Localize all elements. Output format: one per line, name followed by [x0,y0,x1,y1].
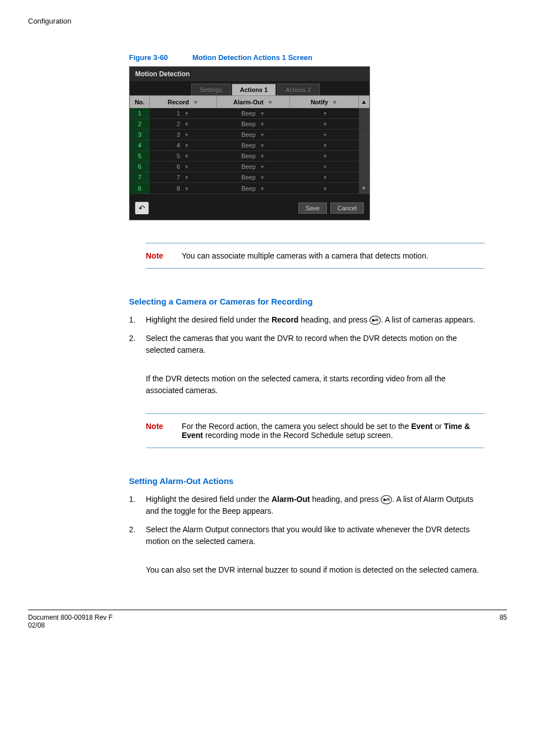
list-item: Select the Alarm Output connectors that … [129,524,485,547]
cell-notify[interactable]: ▾ [290,162,359,172]
figure-label: Figure 3-60 [129,53,168,62]
scrollbar-track[interactable] [359,172,370,183]
dropdown-icon: ▾ [184,153,190,158]
col-record: Record ▾ [150,96,217,108]
section-heading: Selecting a Camera or Cameras for Record… [129,297,507,306]
dropdown-icon: ▾ [268,99,273,104]
cell-notify[interactable]: ▾ [290,130,359,140]
cell-record[interactable]: 6 ▾ [150,162,217,172]
cell-notify[interactable]: ▾ [290,108,359,119]
cell-alarm-out[interactable]: Beep ▾ [217,130,290,140]
section-heading: Setting Alarm-Out Actions [129,476,507,486]
dropdown-icon: ▾ [184,163,190,169]
table-row: 55 ▾Beep ▾ ▾ [130,151,370,162]
doc-number: Document 800-00918 Rev F [28,614,113,621]
page-footer: Document 800-00918 Rev F 02/08 85 [28,610,507,629]
cell-alarm-out[interactable]: Beep ▾ [217,151,290,162]
cell-notify[interactable]: ▾ [290,119,359,130]
note-text: You can associate multiple cameras with … [182,251,481,260]
window-title: Motion Detection [130,67,370,81]
dropdown-icon: ▾ [322,153,328,158]
scrollbar-track[interactable] [359,130,370,140]
cell-no: 2 [130,119,150,130]
scrollbar-track[interactable] [359,119,370,130]
scrollbar-track[interactable] [359,108,370,119]
tabs-row: Settings Actions 1 Actions 2 [130,81,370,95]
dropdown-icon: ▾ [322,131,328,137]
cell-alarm-out[interactable]: Beep ▾ [217,108,290,119]
note-block: Note You can associate multiple cameras … [146,243,485,269]
page-number: 85 [500,614,507,629]
dropdown-icon: ▾ [260,142,265,147]
dropdown-icon: ▾ [184,110,190,116]
cancel-button[interactable]: Cancel [330,202,364,214]
tab-actions2[interactable]: Actions 2 [277,84,319,95]
procedure-list: Highlight the desired field under the Al… [129,494,485,547]
cell-notify[interactable]: ▾ [290,172,359,183]
cell-notify[interactable]: ▾ [290,183,359,194]
dropdown-icon: ▾ [322,163,328,169]
procedure-list: Highlight the desired field under the Re… [129,314,485,356]
cell-alarm-out[interactable]: Beep ▾ [217,140,290,151]
dropdown-icon: ▾ [322,142,328,147]
cell-no: 7 [130,172,150,183]
enter-button-icon: ▶/II [370,316,381,325]
cell-record[interactable]: 1 ▾ [150,108,217,119]
dropdown-icon: ▾ [260,174,265,179]
cell-no: 8 [130,183,150,194]
scrollbar-track[interactable] [359,151,370,162]
list-item: Highlight the desired field under the Al… [129,494,485,517]
list-item: Highlight the desired field under the Re… [129,314,485,326]
table-row: 88 ▾Beep ▾ ▾▾ [130,183,370,194]
list-item: Select the cameras that you want the DVR… [129,333,485,356]
table-row: 11 ▾Beep ▾ ▾ [130,108,370,119]
dropdown-icon: ▾ [322,110,328,116]
scroll-up-icon[interactable]: ▴ [359,96,370,108]
dropdown-icon: ▾ [322,174,328,179]
dropdown-icon: ▾ [260,131,265,137]
note-block: Note For the Record action, the camera y… [146,413,485,448]
cell-alarm-out[interactable]: Beep ▾ [217,172,290,183]
enter-button-icon: ▶/II [381,495,392,504]
cell-record[interactable]: 7 ▾ [150,172,217,183]
dropdown-icon: ▾ [260,110,265,116]
col-no: No. [130,96,150,108]
page-header: Configuration [28,17,507,25]
dropdown-icon: ▾ [184,121,190,126]
cell-alarm-out[interactable]: Beep ▾ [217,119,290,130]
cell-record[interactable]: 8 ▾ [150,183,217,194]
cell-notify[interactable]: ▾ [290,151,359,162]
table-row: 66 ▾Beep ▾ ▾ [130,162,370,172]
dropdown-icon: ▾ [184,131,190,137]
cell-record[interactable]: 2 ▾ [150,119,217,130]
cell-record[interactable]: 4 ▾ [150,140,217,151]
tab-actions1[interactable]: Actions 1 [232,84,276,95]
back-icon[interactable]: ↶ [135,202,149,214]
scrollbar-track[interactable] [359,140,370,151]
cell-notify[interactable]: ▾ [290,140,359,151]
doc-date: 02/08 [28,621,113,629]
figure-caption: Figure 3-60 Motion Detection Actions 1 S… [129,53,507,62]
cell-alarm-out[interactable]: Beep ▾ [217,162,290,172]
dropdown-icon: ▾ [260,185,265,191]
dropdown-icon: ▾ [322,185,328,191]
note-label: Note [146,422,179,431]
tab-settings[interactable]: Settings [191,84,230,95]
cell-alarm-out[interactable]: Beep ▾ [217,183,290,194]
dropdown-icon: ▾ [193,99,199,104]
cell-no: 4 [130,140,150,151]
cell-no: 3 [130,130,150,140]
col-alarm-out: Alarm-Out ▾ [217,96,290,108]
table-row: 44 ▾Beep ▾ ▾ [130,140,370,151]
scrollbar-track[interactable] [359,162,370,172]
cell-record[interactable]: 5 ▾ [150,151,217,162]
save-button[interactable]: Save [298,202,327,214]
dropdown-icon: ▾ [332,99,338,104]
scrollbar-track[interactable]: ▾ [359,183,370,194]
dropdown-icon: ▾ [260,121,265,126]
paragraph: If the DVR detects motion on the selecte… [146,373,485,397]
cell-record[interactable]: 3 ▾ [150,130,217,140]
cell-no: 5 [130,151,150,162]
table-row: 33 ▾Beep ▾ ▾ [130,130,370,140]
table-row: 22 ▾Beep ▾ ▾ [130,119,370,130]
